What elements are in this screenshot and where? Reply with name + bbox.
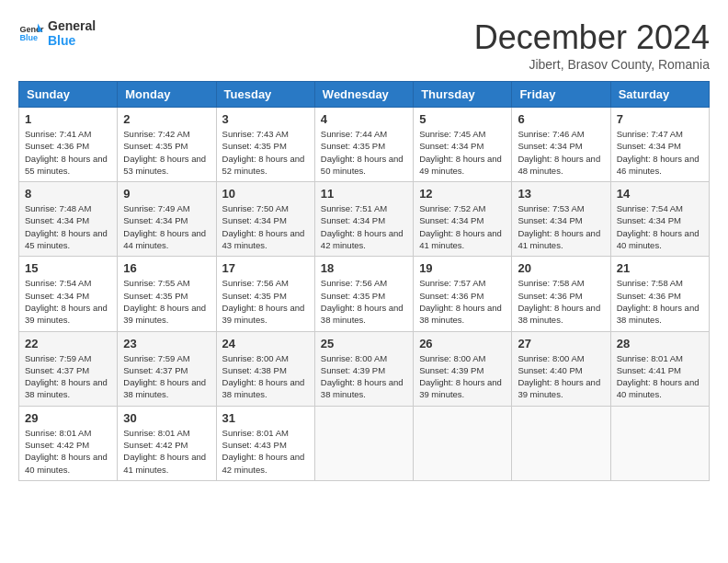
calendar-cell: 23 Sunrise: 7:59 AM Sunset: 4:37 PM Dayl… [118,331,216,406]
day-number: 20 [518,261,604,275]
day-info: Sunrise: 8:01 AM Sunset: 4:42 PM Dayligh… [25,427,111,476]
calendar-cell: 18 Sunrise: 7:56 AM Sunset: 4:35 PM Dayl… [314,257,413,331]
day-number: 31 [222,411,309,425]
calendar-cell: 26 Sunrise: 8:00 AM Sunset: 4:39 PM Dayl… [414,331,512,406]
day-number: 16 [123,261,210,275]
calendar-cell: 30 Sunrise: 8:01 AM Sunset: 4:42 PM Dayl… [118,406,216,480]
day-number: 19 [419,261,506,275]
day-info: Sunrise: 7:41 AM Sunset: 4:36 PM Dayligh… [25,128,111,177]
day-info: Sunrise: 7:59 AM Sunset: 4:37 PM Dayligh… [25,352,111,401]
day-info: Sunrise: 8:01 AM Sunset: 4:42 PM Dayligh… [123,427,210,476]
day-number: 7 [617,112,703,126]
day-number: 8 [25,187,111,201]
day-info: Sunrise: 7:56 AM Sunset: 4:35 PM Dayligh… [321,277,407,326]
calendar-cell: 17 Sunrise: 7:56 AM Sunset: 4:35 PM Dayl… [216,257,314,331]
day-number: 6 [518,112,604,126]
title-area: December 2024 Jibert, Brasov County, Rom… [474,18,710,72]
day-number: 10 [222,187,309,201]
logo-general: General [48,18,96,33]
weekday-header-friday: Friday [512,82,610,108]
day-info: Sunrise: 7:52 AM Sunset: 4:34 PM Dayligh… [419,202,506,251]
day-number: 22 [25,337,111,350]
day-info: Sunrise: 7:57 AM Sunset: 4:36 PM Dayligh… [419,277,506,326]
day-info: Sunrise: 7:58 AM Sunset: 4:36 PM Dayligh… [518,277,604,326]
day-info: Sunrise: 7:47 AM Sunset: 4:34 PM Dayligh… [617,128,703,177]
day-number: 5 [419,112,506,126]
day-number: 27 [518,337,604,350]
day-number: 18 [321,261,407,275]
day-info: Sunrise: 8:01 AM Sunset: 4:43 PM Dayligh… [222,427,309,476]
day-info: Sunrise: 8:01 AM Sunset: 4:41 PM Dayligh… [617,352,703,401]
day-number: 30 [123,411,210,425]
day-number: 15 [25,261,111,275]
day-info: Sunrise: 7:50 AM Sunset: 4:34 PM Dayligh… [222,202,309,251]
day-number: 25 [321,337,407,350]
calendar-cell: 8 Sunrise: 7:48 AM Sunset: 4:34 PM Dayli… [19,182,118,257]
day-info: Sunrise: 7:56 AM Sunset: 4:35 PM Dayligh… [222,277,309,326]
calendar-cell: 4 Sunrise: 7:44 AM Sunset: 4:35 PM Dayli… [314,108,413,182]
calendar-cell [414,406,512,480]
weekday-header-row: SundayMondayTuesdayWednesdayThursdayFrid… [19,82,710,108]
week-row-5: 29 Sunrise: 8:01 AM Sunset: 4:42 PM Dayl… [19,406,710,480]
calendar-cell: 16 Sunrise: 7:55 AM Sunset: 4:35 PM Dayl… [118,257,216,331]
location-subtitle: Jibert, Brasov County, Romania [474,57,710,72]
day-info: Sunrise: 7:53 AM Sunset: 4:34 PM Dayligh… [518,202,604,251]
week-row-1: 1 Sunrise: 7:41 AM Sunset: 4:36 PM Dayli… [19,108,710,182]
day-info: Sunrise: 8:00 AM Sunset: 4:38 PM Dayligh… [222,352,309,401]
weekday-header-saturday: Saturday [610,82,709,108]
week-row-4: 22 Sunrise: 7:59 AM Sunset: 4:37 PM Dayl… [19,331,710,406]
calendar-cell: 27 Sunrise: 8:00 AM Sunset: 4:40 PM Dayl… [512,331,610,406]
calendar-cell: 7 Sunrise: 7:47 AM Sunset: 4:34 PM Dayli… [610,108,709,182]
day-info: Sunrise: 7:49 AM Sunset: 4:34 PM Dayligh… [123,202,210,251]
weekday-header-wednesday: Wednesday [314,82,413,108]
calendar-cell: 19 Sunrise: 7:57 AM Sunset: 4:36 PM Dayl… [414,257,512,331]
day-info: Sunrise: 7:46 AM Sunset: 4:34 PM Dayligh… [518,128,604,177]
calendar-cell [610,406,709,480]
day-number: 26 [419,337,506,350]
day-info: Sunrise: 7:55 AM Sunset: 4:35 PM Dayligh… [123,277,210,326]
calendar-cell: 2 Sunrise: 7:42 AM Sunset: 4:35 PM Dayli… [118,108,216,182]
day-number: 1 [25,112,111,126]
day-info: Sunrise: 8:00 AM Sunset: 4:40 PM Dayligh… [518,352,604,401]
weekday-header-thursday: Thursday [414,82,512,108]
logo: General Blue General Blue [18,18,96,48]
calendar-cell: 12 Sunrise: 7:52 AM Sunset: 4:34 PM Dayl… [414,182,512,257]
weekday-header-tuesday: Tuesday [216,82,314,108]
calendar-cell: 5 Sunrise: 7:45 AM Sunset: 4:34 PM Dayli… [414,108,512,182]
calendar-cell: 25 Sunrise: 8:00 AM Sunset: 4:39 PM Dayl… [314,331,413,406]
calendar-cell: 15 Sunrise: 7:54 AM Sunset: 4:34 PM Dayl… [19,257,118,331]
calendar-cell: 28 Sunrise: 8:01 AM Sunset: 4:41 PM Dayl… [610,331,709,406]
week-row-3: 15 Sunrise: 7:54 AM Sunset: 4:34 PM Dayl… [19,257,710,331]
day-info: Sunrise: 7:43 AM Sunset: 4:35 PM Dayligh… [222,128,309,177]
calendar-cell [314,406,413,480]
day-info: Sunrise: 7:51 AM Sunset: 4:34 PM Dayligh… [321,202,407,251]
calendar-cell: 10 Sunrise: 7:50 AM Sunset: 4:34 PM Dayl… [216,182,314,257]
calendar-cell: 11 Sunrise: 7:51 AM Sunset: 4:34 PM Dayl… [314,182,413,257]
calendar-cell: 3 Sunrise: 7:43 AM Sunset: 4:35 PM Dayli… [216,108,314,182]
day-number: 17 [222,261,309,275]
day-number: 29 [25,411,111,425]
week-row-2: 8 Sunrise: 7:48 AM Sunset: 4:34 PM Dayli… [19,182,710,257]
day-info: Sunrise: 7:54 AM Sunset: 4:34 PM Dayligh… [25,277,111,326]
calendar-cell: 24 Sunrise: 8:00 AM Sunset: 4:38 PM Dayl… [216,331,314,406]
day-number: 21 [617,261,703,275]
weekday-header-sunday: Sunday [19,82,118,108]
day-number: 14 [617,187,703,201]
day-number: 3 [222,112,309,126]
calendar-cell: 1 Sunrise: 7:41 AM Sunset: 4:36 PM Dayli… [19,108,118,182]
month-title: December 2024 [474,18,710,57]
day-number: 24 [222,337,309,350]
calendar-cell: 22 Sunrise: 7:59 AM Sunset: 4:37 PM Dayl… [19,331,118,406]
calendar-cell: 29 Sunrise: 8:01 AM Sunset: 4:42 PM Dayl… [19,406,118,480]
day-number: 13 [518,187,604,201]
logo-icon: General Blue [18,20,44,46]
calendar-cell: 14 Sunrise: 7:54 AM Sunset: 4:34 PM Dayl… [610,182,709,257]
page-header: General Blue General Blue December 2024 … [18,18,710,72]
weekday-header-monday: Monday [118,82,216,108]
calendar-cell: 13 Sunrise: 7:53 AM Sunset: 4:34 PM Dayl… [512,182,610,257]
calendar-cell: 9 Sunrise: 7:49 AM Sunset: 4:34 PM Dayli… [118,182,216,257]
day-number: 9 [123,187,210,201]
calendar-cell: 20 Sunrise: 7:58 AM Sunset: 4:36 PM Dayl… [512,257,610,331]
calendar-cell: 31 Sunrise: 8:01 AM Sunset: 4:43 PM Dayl… [216,406,314,480]
day-info: Sunrise: 7:45 AM Sunset: 4:34 PM Dayligh… [419,128,506,177]
